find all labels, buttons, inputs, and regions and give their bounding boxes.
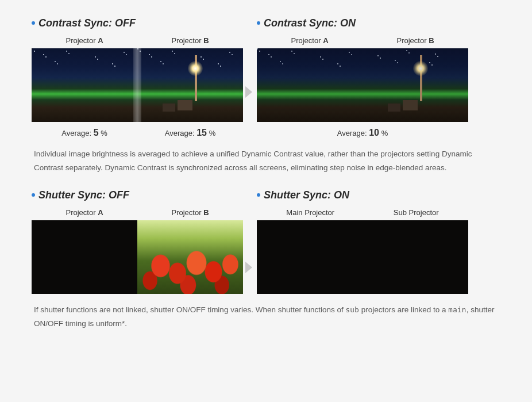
contrast-off-heading-text: Contrast Sync: OFF	[38, 17, 136, 29]
contrast-off-heading: Contrast Sync: OFF	[32, 17, 243, 29]
shutter-on-heading: Shutter Sync: ON	[257, 189, 468, 201]
shutter-description: If shutter functions are not linked, shu…	[32, 303, 500, 330]
blend-seam	[133, 48, 141, 122]
contrast-description: Individual image brightness is averaged …	[32, 147, 500, 174]
shutter-on-main-label: Main Projector	[286, 208, 334, 217]
aurora-dim-half	[32, 48, 137, 122]
contrast-on-averages: Average: 10 %	[257, 128, 468, 138]
sub-term: sub	[346, 305, 359, 314]
contrast-off-avg-b: Average: 15 %	[137, 128, 243, 138]
bullet-icon	[32, 21, 35, 25]
bullet-icon	[32, 193, 35, 197]
shutter-on-labels: Main Projector Sub Projector	[257, 208, 468, 217]
contrast-off-proj-b-label: Projector B	[171, 36, 209, 45]
aurora-unified	[257, 48, 468, 122]
shutter-on-image	[257, 220, 468, 294]
contrast-off-proj-a-label: Projector A	[65, 36, 103, 45]
shutter-on-pane: Shutter Sync: ON Main Projector Sub Proj…	[257, 189, 468, 294]
contrast-on-heading: Contrast Sync: ON	[257, 17, 468, 29]
shutter-on-heading-text: Shutter Sync: ON	[264, 189, 349, 201]
contrast-on-avg: Average: 10 %	[257, 128, 468, 138]
contrast-off-labels: Projector A Projector B	[32, 36, 243, 45]
main-term: main	[448, 305, 466, 314]
bullet-icon	[257, 21, 260, 25]
shutter-off-proj-b-label: Projector B	[171, 208, 209, 217]
shutter-off-heading-text: Shutter Sync: OFF	[38, 189, 129, 201]
contrast-off-averages: Average: 5 % Average: 15 %	[32, 128, 243, 138]
aurora-bright-half	[137, 48, 243, 122]
contrast-sync-section: Contrast Sync: OFF Projector A Projector…	[32, 17, 500, 174]
shutter-off-visible-half	[137, 220, 243, 294]
shutter-sync-section: Shutter Sync: OFF Projector A Projector …	[32, 189, 500, 330]
contrast-off-pane: Contrast Sync: OFF Projector A Projector…	[32, 17, 243, 138]
tulips-image	[137, 220, 243, 294]
arrow-right-icon	[245, 262, 252, 273]
contrast-off-image	[32, 48, 243, 122]
arrow-right-icon	[245, 86, 252, 98]
contrast-on-proj-b-label: Projector B	[396, 36, 434, 45]
contrast-on-proj-a-label: Projector A	[291, 36, 328, 45]
shutter-off-heading: Shutter Sync: OFF	[32, 189, 243, 201]
shutter-off-image	[32, 220, 243, 294]
contrast-off-avg-a: Average: 5 %	[32, 128, 137, 138]
contrast-on-image	[257, 48, 468, 122]
contrast-on-heading-text: Contrast Sync: ON	[264, 17, 356, 29]
contrast-on-pane: Contrast Sync: ON Projector A Projector …	[257, 17, 468, 138]
shutter-on-sub-label: Sub Projector	[394, 208, 439, 217]
shutter-off-pane: Shutter Sync: OFF Projector A Projector …	[32, 189, 243, 294]
bullet-icon	[257, 193, 260, 197]
shutter-off-proj-a-label: Projector A	[65, 208, 103, 217]
contrast-on-labels: Projector A Projector B	[257, 36, 468, 45]
shutter-off-labels: Projector A Projector B	[32, 208, 243, 217]
